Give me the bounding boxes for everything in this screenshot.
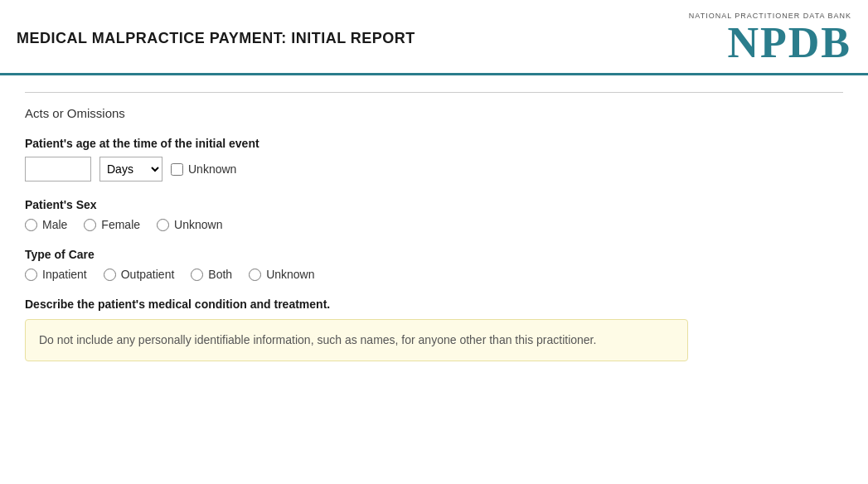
age-input[interactable] (25, 157, 91, 182)
patient-age-row: Days Months Years Unknown (25, 157, 843, 182)
sex-female-label[interactable]: Female (84, 218, 140, 231)
sex-male-text: Male (42, 218, 67, 231)
care-outpatient-label[interactable]: Outpatient (104, 268, 175, 281)
patient-age-label: Patient's age at the time of the initial… (25, 137, 843, 150)
patient-sex-label: Patient's Sex (25, 198, 843, 211)
type-of-care-label: Type of Care (25, 248, 843, 261)
care-both-radio[interactable] (191, 269, 203, 281)
care-inpatient-radio[interactable] (25, 269, 37, 281)
sex-female-text: Female (101, 218, 140, 231)
age-unknown-checkbox-label[interactable]: Unknown (171, 162, 236, 176)
sex-unknown-text: Unknown (174, 218, 222, 231)
age-unit-select[interactable]: Days Months Years (99, 157, 162, 182)
description-label: Describe the patient's medical condition… (25, 298, 843, 311)
section-divider (25, 92, 843, 93)
age-unknown-label: Unknown (188, 162, 236, 176)
care-unknown-label[interactable]: Unknown (249, 268, 314, 281)
page-title: MEDICAL MALPRACTICE PAYMENT: INITIAL REP… (17, 30, 415, 47)
care-inpatient-text: Inpatient (42, 268, 87, 281)
patient-sex-group: Patient's Sex Male Female Unknown (25, 198, 843, 231)
patient-age-group: Patient's age at the time of the initial… (25, 137, 843, 182)
sex-male-label[interactable]: Male (25, 218, 67, 231)
care-unknown-radio[interactable] (249, 269, 261, 281)
page-header: MEDICAL MALPRACTICE PAYMENT: INITIAL REP… (0, 0, 868, 75)
npdb-logo: National Practitioner Data Bank NPDB (689, 12, 851, 65)
sex-unknown-radio[interactable] (157, 219, 169, 231)
age-unknown-checkbox[interactable] (171, 163, 183, 176)
description-info-text: Do not include any personally identifiab… (39, 333, 596, 346)
sex-male-radio[interactable] (25, 219, 37, 231)
sex-unknown-label[interactable]: Unknown (157, 218, 222, 231)
care-inpatient-label[interactable]: Inpatient (25, 268, 87, 281)
main-content: Acts or Omissions Patient's age at the t… (0, 75, 868, 394)
care-outpatient-text: Outpatient (121, 268, 175, 281)
patient-sex-radio-group: Male Female Unknown (25, 218, 843, 231)
sex-female-radio[interactable] (84, 219, 96, 231)
description-info-box: Do not include any personally identifiab… (25, 319, 688, 361)
logo-main-text: NPDB (727, 19, 851, 66)
section-subtitle: Acts or Omissions (25, 106, 843, 120)
care-unknown-text: Unknown (266, 268, 314, 281)
care-both-text: Both (208, 268, 232, 281)
type-of-care-group: Type of Care Inpatient Outpatient Both U… (25, 248, 843, 281)
description-group: Describe the patient's medical condition… (25, 298, 843, 361)
type-of-care-radio-group: Inpatient Outpatient Both Unknown (25, 268, 843, 281)
care-both-label[interactable]: Both (191, 268, 232, 281)
care-outpatient-radio[interactable] (104, 269, 116, 281)
